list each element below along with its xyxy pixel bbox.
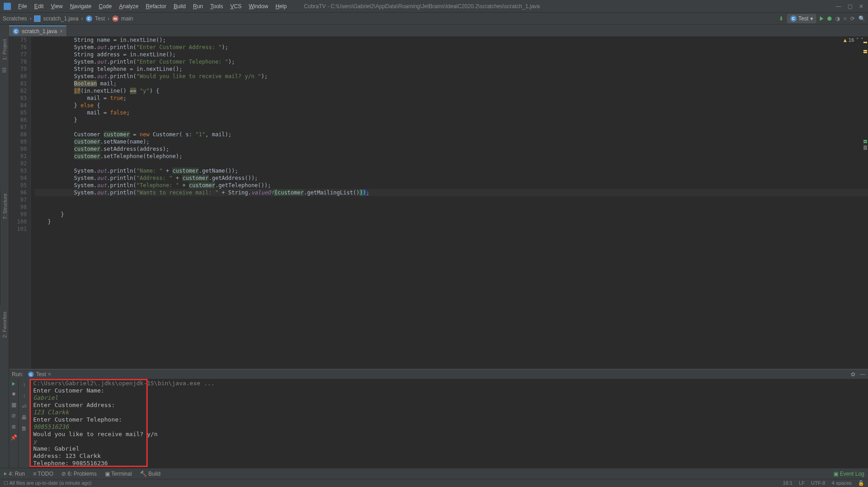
file-encoding[interactable]: UTF-8 xyxy=(811,480,825,486)
rerun-icon[interactable] xyxy=(12,382,15,386)
debug-icon[interactable]: ⬢ xyxy=(827,15,832,22)
line-separator[interactable]: LF xyxy=(799,480,805,486)
run-config-label: Test xyxy=(798,15,808,22)
search-icon[interactable]: 🔍 xyxy=(858,15,865,22)
tab-scratch[interactable]: C scratch_1.java × xyxy=(9,25,66,36)
menu-tools[interactable]: Tools xyxy=(207,3,227,10)
coverage-icon[interactable]: ◑ xyxy=(835,15,840,22)
breadcrumb-item[interactable]: Scratches xyxy=(3,15,27,22)
chevron-up-icon: ˄ xyxy=(856,37,859,43)
close-tab-icon[interactable]: × xyxy=(48,371,51,378)
tool-problems[interactable]: ⊘ 6: Problems xyxy=(61,471,96,477)
breadcrumb-item[interactable]: Test xyxy=(95,15,105,22)
run-icon[interactable] xyxy=(820,16,823,21)
breadcrumb-item[interactable]: main xyxy=(121,15,133,22)
tool-event-log[interactable]: ▣ Event Log xyxy=(833,471,864,477)
title-bar: FileEditViewNavigateCodeAnalyzeRefactorB… xyxy=(0,0,868,13)
minimize-panel-icon[interactable]: — xyxy=(860,371,865,378)
up-icon[interactable]: ↑ xyxy=(23,382,25,388)
class-icon: C xyxy=(790,15,797,22)
main-menu: FileEditViewNavigateCodeAnalyzeRefactorB… xyxy=(15,3,290,10)
pin-icon[interactable]: 📌 xyxy=(10,434,17,441)
close-tab-icon[interactable]: × xyxy=(60,28,63,35)
stop-icon[interactable]: ■ xyxy=(843,15,847,22)
caret-position[interactable]: 16:1 xyxy=(783,480,793,486)
menu-file[interactable]: File xyxy=(15,3,30,10)
menu-view[interactable]: View xyxy=(47,3,66,10)
status-bar: ☐ All files are up-to-date (a minute ago… xyxy=(0,479,868,487)
run-tab-label[interactable]: Test xyxy=(36,371,46,378)
chevron-down-icon: ▾ xyxy=(810,15,813,22)
window-title: CobraTV - C:\Users\Gabriel2\AppData\Roam… xyxy=(304,3,836,10)
menu-navigate[interactable]: Navigate xyxy=(66,3,95,10)
bottom-tool-bar: 4: Run ≡ TODO ⊘ 6: Problems ▣ Terminal 🔨… xyxy=(0,468,868,479)
run-toolbar-2: ↑ ↓ ⏎ 🖶 🗑 xyxy=(18,379,30,468)
chevron-right-icon: › xyxy=(108,15,110,22)
dump-icon[interactable]: ≣ xyxy=(11,423,16,430)
lock-icon[interactable]: 🔓 xyxy=(858,480,864,486)
print-icon[interactable]: 🖶 xyxy=(21,414,27,421)
layout-icon[interactable]: ▦ xyxy=(11,402,16,408)
line-gutter: 7576777879808182838485868788899091929394… xyxy=(9,36,31,369)
menu-refactor[interactable]: Refactor xyxy=(142,3,170,10)
run-config-dropdown[interactable]: C Test ▾ xyxy=(787,14,816,23)
menu-analyze[interactable]: Analyze xyxy=(115,3,142,10)
build-hammer-icon[interactable]: ⬇ xyxy=(779,15,783,22)
minimize-icon[interactable]: — xyxy=(836,3,841,10)
trash-icon[interactable]: 🗑 xyxy=(21,425,27,432)
maximize-icon[interactable]: ▢ xyxy=(848,3,853,10)
console-output[interactable]: C:\Users\Gabriel2\.jdks\openjdk-15\bin\j… xyxy=(30,379,868,468)
chevron-right-icon: › xyxy=(30,15,31,22)
tool-build[interactable]: 🔨 Build xyxy=(140,471,160,477)
tab-label: scratch_1.java xyxy=(22,28,57,35)
tool-todo[interactable]: ≡ TODO xyxy=(33,471,54,477)
inspection-widget[interactable]: ▲ 16 ˄ ˅ xyxy=(843,37,863,43)
error-stripe[interactable] xyxy=(863,36,868,369)
warning-icon: ▲ xyxy=(843,37,847,43)
run-panel-label: Run: xyxy=(12,371,23,378)
editor[interactable]: 7576777879808182838485868788899091929394… xyxy=(9,36,868,369)
menu-build[interactable]: Build xyxy=(170,3,190,10)
sidebar-item-structure[interactable]: 7: Structure xyxy=(2,194,8,219)
method-icon: m xyxy=(112,15,119,22)
settings-icon[interactable]: ✿ xyxy=(851,371,855,378)
java-file-icon xyxy=(34,15,40,22)
menu-help[interactable]: Help xyxy=(272,3,290,10)
run-panel: Run: C Test × ✿ — ■ ▦ ⊘ ≣ 📌 xyxy=(9,369,868,468)
update-icon[interactable]: ⟳ xyxy=(850,15,855,22)
code-area[interactable]: String name = in.nextLine(); System.out.… xyxy=(31,36,868,369)
bookmark-icon[interactable]: ☰ xyxy=(2,67,7,74)
sidebar-item-project[interactable]: 1: Project xyxy=(2,39,7,60)
menu-vcs[interactable]: VCS xyxy=(227,3,245,10)
app-logo-icon xyxy=(4,3,11,10)
close-icon[interactable]: ✕ xyxy=(859,3,863,10)
debug-icon[interactable]: ⊘ xyxy=(11,412,16,419)
warning-count: 16 xyxy=(848,37,854,43)
menu-edit[interactable]: Edit xyxy=(30,3,47,10)
tool-run[interactable]: 4: Run xyxy=(4,471,25,477)
menu-window[interactable]: Window xyxy=(245,3,272,10)
menu-run[interactable]: Run xyxy=(190,3,207,10)
nav-row: Scratches › scratch_1.java › C Test › m … xyxy=(0,13,868,25)
wrap-icon[interactable]: ⏎ xyxy=(22,403,26,410)
breadcrumb: Scratches › scratch_1.java › C Test › m … xyxy=(3,15,133,22)
run-toolbar-left: ■ ▦ ⊘ ≣ 📌 xyxy=(9,379,18,468)
indent-info[interactable]: 4 spaces xyxy=(832,480,852,486)
status-message: ☐ All files are up-to-date (a minute ago… xyxy=(4,480,91,486)
class-icon: C xyxy=(86,15,92,22)
run-panel-header: Run: C Test × ✿ — xyxy=(9,369,868,379)
menu-code[interactable]: Code xyxy=(95,3,115,10)
class-icon: C xyxy=(28,371,34,377)
tool-terminal[interactable]: ▣ Terminal xyxy=(105,471,132,477)
sidebar-item-favorites[interactable]: 2: Favorites xyxy=(2,312,7,338)
breadcrumb-item[interactable]: scratch_1.java xyxy=(43,15,78,22)
stop-icon[interactable]: ■ xyxy=(12,391,15,397)
editor-tabs: C scratch_1.java × xyxy=(0,25,868,36)
class-icon: C xyxy=(13,28,19,35)
chevron-right-icon: › xyxy=(81,15,83,22)
down-icon[interactable]: ↓ xyxy=(23,393,25,399)
